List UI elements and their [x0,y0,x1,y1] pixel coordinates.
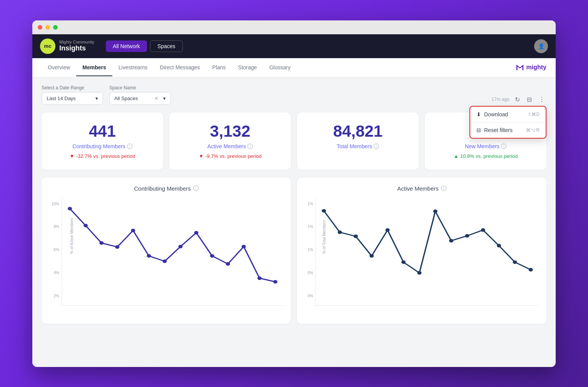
charts-grid: Contributing Members i 10% 8% 6% 4% 2% %… [42,178,546,324]
tabs-bar: Overview Members Livestreams Direct Mess… [32,58,556,77]
new-change: ▲ 10.8% vs. previous period [434,153,537,159]
active-bar-label-12: 409 [511,305,516,306]
svg-point-5 [147,254,151,257]
up-arrow-icon: ▲ [454,153,459,159]
bar-label-12: 27 [257,305,261,306]
chevron-down-icon: ▾ [95,95,98,101]
date-range-label: Select a Date Range [42,85,103,90]
contributing-info-icon[interactable]: i [127,144,132,149]
close-button[interactable] [38,25,42,30]
last-updated: 17m ago [491,97,509,102]
space-name-select[interactable]: All Spaces ✕ ▾ [109,92,171,105]
bar-label-0: 100 [68,305,73,306]
active-bar-label-2: 640 [354,305,359,306]
new-label: New Members i [434,143,537,149]
date-range-select[interactable]: Last 14 Days ▾ [42,92,103,105]
total-info-icon[interactable]: i [374,144,379,149]
active-y-2: 1% [305,248,313,252]
svg-point-16 [354,234,358,238]
reset-filters-shortcut: ⌘⌥R [526,127,540,133]
active-bar-label-8: 606 [448,305,453,306]
tab-glossary[interactable]: Glossary [263,59,297,76]
active-value: 3,132 [179,123,282,139]
bar-label-2: 53 [100,305,104,306]
date-range-filter: Select a Date Range Last 14 Days ▾ [42,85,103,105]
down-arrow-icon-2: ▼ [199,153,204,159]
tab-storage[interactable]: Storage [232,59,263,76]
reset-filters-menu-item[interactable]: ⊟ Reset filters ⌘⌥R [470,122,546,138]
logo-icon: mc [40,39,55,54]
svg-point-10 [226,262,230,265]
tab-members[interactable]: Members [76,59,112,76]
active-bar-label-10: 654 [480,305,485,306]
filters-row: Select a Date Range Last 14 Days ▾ Space… [42,85,546,105]
contributing-label: Contributing Members i [51,143,154,149]
svg-point-20 [417,271,421,274]
tab-direct-messages[interactable]: Direct Messages [154,59,206,76]
download-item-left: ⬇ Download [476,111,508,117]
total-value: 84,821 [306,123,409,139]
svg-point-13 [273,280,277,283]
svg-point-15 [338,230,342,234]
main-content: Select a Date Range Last 14 Days ▾ Space… [32,77,556,332]
contributing-chart-title: Contributing Members i [49,185,283,192]
svg-point-1 [84,224,88,227]
active-bar-label-7: 906 [433,305,438,306]
active-y-4: 0% [305,294,313,298]
tab-plans[interactable]: Plans [206,59,232,76]
clear-icon[interactable]: ✕ [154,95,159,101]
all-network-button[interactable]: All Network [106,40,147,52]
svg-point-22 [449,239,453,242]
svg-point-6 [162,259,167,263]
contributing-line-chart [62,198,283,305]
svg-point-3 [115,245,119,248]
chevron-down-icon-space: ▾ [163,95,166,101]
new-info-icon[interactable]: i [501,144,506,149]
bar-label-7: 55 [179,305,182,306]
tab-livestreams[interactable]: Livestreams [112,59,154,76]
mighty-brand-name: mighty [526,64,546,71]
active-bar-label-0: 907 [322,305,327,306]
active-bar-label-1: 674 [338,305,343,306]
total-label: Total Members i [306,143,409,149]
svg-point-26 [513,260,517,264]
active-bar-label-4: 690 [385,305,390,306]
contributing-chart-info[interactable]: i [193,186,199,191]
active-chart-title: Active Members i [305,185,539,192]
dropdown-menu: ⬇ Download ⇧⌘D ⊟ Reset filters ⌘⌥R [469,106,546,139]
tab-overview[interactable]: Overview [42,59,76,76]
svg-point-18 [386,228,390,231]
contributing-value: 441 [51,123,154,139]
maximize-button[interactable] [53,25,58,30]
y-axis-label-0: 10% [49,202,59,206]
svg-point-12 [257,276,262,280]
bar-label-9: 41 [210,305,214,306]
minimize-button[interactable] [45,25,50,30]
mighty-logo: mighty [516,63,546,72]
active-bar-label-5: 409 [401,305,406,306]
svg-point-23 [465,234,469,237]
more-options-button[interactable]: ⋮ [537,94,546,105]
insights-label: Insights [59,44,94,52]
bar-label-4: 61 [132,305,135,306]
active-y-3: 0% [305,271,313,275]
stat-card-active: 3,132 Active Members i ▼ -9.7% vs. previ… [169,112,291,170]
refresh-button[interactable]: ↻ [513,94,521,105]
svg-point-7 [179,245,183,248]
download-menu-item[interactable]: ⬇ Download ⇧⌘D [470,107,546,122]
active-chart-info[interactable]: i [441,186,446,191]
y-axis-label-2: 6% [49,248,59,252]
bar-label-13: 25 [273,305,276,306]
avatar[interactable]: 👤 [534,39,548,53]
svg-point-8 [194,231,199,234]
svg-point-0 [68,207,72,210]
spaces-button[interactable]: Spaces [150,40,183,52]
active-info-icon[interactable]: i [247,144,253,149]
filters-right: 17m ago ↻ ⊟ ⋮ ⬇ Download ⇧⌘D [491,94,546,105]
active-change: ▼ -9.7% vs. previous period [179,153,282,159]
active-y-1: 1% [305,224,313,229]
filter-icon-button[interactable]: ⊟ [525,94,533,105]
space-name-value: All Spaces [114,95,138,101]
contributing-chart-card: Contributing Members i 10% 8% 6% 4% 2% %… [42,178,291,324]
reset-filters-icon: ⊟ [476,127,481,133]
